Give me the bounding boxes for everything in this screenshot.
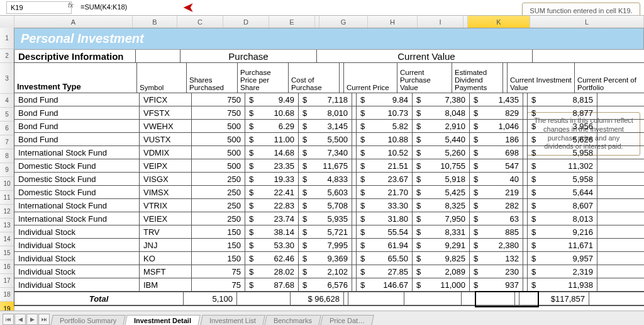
cell-civ[interactable]: $8,013 [528,212,597,225]
cell-civ[interactable]: $11,938 [528,278,597,292]
cell-price[interactable]: $21.51 [357,159,413,173]
cell-shares[interactable]: 150 [192,239,245,252]
cell-symbol[interactable]: VWEHX [140,120,192,133]
cell-price[interactable]: $10.88 [357,133,413,146]
row-5[interactable]: 5 [0,108,14,122]
cell-div[interactable]: $937 [470,278,523,292]
formula-bar[interactable]: =SUM(K4:K18) [80,1,181,13]
cell-price[interactable]: $10.52 [357,146,413,159]
tab-next-icon[interactable]: ▶ [26,314,38,325]
total-label[interactable]: Total [14,292,184,306]
total-shares[interactable]: 5,100 [184,292,237,306]
cell-cost[interactable]: $8,010 [299,106,352,120]
cell-type[interactable]: Domestic Stock Fund [14,159,140,173]
cell-pps[interactable]: $9.49 [245,93,299,106]
col-F[interactable] [315,16,319,28]
cell-cost[interactable]: $5,708 [299,199,352,212]
cell-price[interactable]: $61.94 [357,239,413,252]
cell-cost[interactable]: $2,102 [299,265,352,278]
cell-shares[interactable]: 150 [192,252,245,265]
cell-pps[interactable]: $38.14 [245,225,299,239]
cell-type[interactable]: Individual Stock [14,265,140,278]
cell-pps[interactable]: $23.74 [245,212,299,225]
cell-div[interactable]: $885 [470,225,523,239]
sheet-tab[interactable]: Investment List [200,315,265,325]
cell-cpv[interactable]: $9,825 [413,252,470,265]
cell-pps[interactable]: $23.35 [245,159,299,173]
cell-civ[interactable]: $11,671 [528,239,597,252]
cell-pps[interactable]: $6.29 [245,120,299,133]
tab-prev-icon[interactable]: ◀ [14,314,26,325]
cell-div[interactable]: $40 [470,173,523,186]
cell-civ[interactable]: $3,956 [528,120,597,133]
row-14[interactable]: 14 [0,232,14,246]
cell-type[interactable]: Individual Stock [14,239,140,252]
cell-price[interactable]: $55.54 [357,225,413,239]
cell-div[interactable]: $1,046 [470,120,523,133]
row-12[interactable]: 12 [0,205,14,219]
sheet-tab[interactable]: Price Dat… [320,315,374,325]
cell-symbol[interactable]: KO [140,252,192,265]
cell-cpv[interactable]: $2,910 [413,120,470,133]
cell-symbol[interactable]: TRV [140,225,192,239]
cell-shares[interactable]: 750 [192,106,245,120]
cell-cost[interactable]: $5,721 [299,225,352,239]
cell-shares[interactable]: 500 [192,159,245,173]
cell-symbol[interactable]: IBM [140,278,192,292]
total-civ[interactable]: $117,857 [519,292,589,306]
row-11[interactable]: 11 [0,191,14,205]
cell-symbol[interactable]: VDMIX [140,146,192,159]
cell-pps[interactable]: $19.33 [245,173,299,186]
cell-shares[interactable]: 750 [192,93,245,106]
cell-pps[interactable]: $10.68 [245,106,299,120]
sheet-tab[interactable]: Portfolio Summary [50,315,126,325]
cell-symbol[interactable]: VIMSX [140,186,192,199]
cell-cost[interactable]: $7,340 [299,146,352,159]
cell-cpv[interactable]: $9,291 [413,239,470,252]
cell-pps[interactable]: $28.02 [245,265,299,278]
cell-shares[interactable]: 500 [192,120,245,133]
cell-shares[interactable]: 250 [192,212,245,225]
cell-div[interactable]: $547 [470,159,523,173]
cell-symbol[interactable]: VEIPX [140,159,192,173]
cell-pps[interactable]: $53.30 [245,239,299,252]
cell-pps[interactable]: $14.68 [245,146,299,159]
row-9[interactable]: 9 [0,163,14,177]
cell-cost[interactable]: $6,576 [299,278,352,292]
row-6[interactable]: 6 [0,122,14,135]
cell-symbol[interactable]: VFICX [140,93,192,106]
cell-div[interactable]: $698 [470,146,523,159]
row-13[interactable]: 13 [0,219,14,232]
worksheet-grid[interactable]: Personal Investment Descriptive Informat… [14,28,644,306]
select-all-corner[interactable] [0,16,14,28]
cell-shares[interactable]: 250 [192,199,245,212]
sheet-tab[interactable]: Investment Detail [125,315,201,325]
cell-price[interactable]: $65.50 [357,252,413,265]
cell-pps[interactable]: $22.83 [245,199,299,212]
cell-div[interactable]: $186 [470,133,523,146]
cell-div[interactable]: $63 [470,212,523,225]
cell-type[interactable]: Bond Fund [14,93,140,106]
cell-shares[interactable]: 75 [192,278,245,292]
col-J[interactable] [464,16,468,28]
cell-cost[interactable]: $5,935 [299,212,352,225]
cell-price[interactable]: $21.70 [357,186,413,199]
cell-civ[interactable]: $11,302 [528,159,597,173]
col-K[interactable]: K [468,16,530,28]
cell-type[interactable]: Individual Stock [14,225,140,239]
cell-price[interactable]: $9.84 [357,93,413,106]
cell-cpv[interactable]: $2,089 [413,265,470,278]
total-cost[interactable]: $ 96,628 [291,292,344,306]
name-box[interactable]: K19 [6,1,72,14]
cell-div[interactable]: $829 [470,106,523,120]
cell-pps[interactable]: $87.68 [245,278,299,292]
cell-shares[interactable]: 500 [192,133,245,146]
cell-civ[interactable]: $8,815 [528,93,597,106]
cell-cpv[interactable]: $5,918 [413,173,470,186]
cell-price[interactable]: $23.67 [357,173,413,186]
cell-civ[interactable]: $9,216 [528,225,597,239]
cell-type[interactable]: Individual Stock [14,278,140,292]
cell-cost[interactable]: $7,995 [299,239,352,252]
cell-type[interactable]: Domestic Stock Fund [14,186,140,199]
cell-pps[interactable]: $11.00 [245,133,299,146]
